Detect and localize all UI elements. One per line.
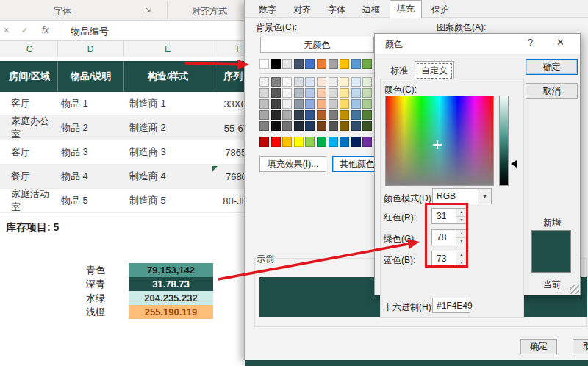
- red-stepper[interactable]: ▲▼: [456, 208, 467, 224]
- tint-color-swatch[interactable]: [317, 88, 326, 98]
- blue-value-input[interactable]: 73: [431, 251, 456, 267]
- tint-color-swatch[interactable]: [362, 110, 372, 120]
- tint-color-swatch[interactable]: [259, 121, 269, 131]
- blue-step-down-icon[interactable]: ▼: [456, 259, 467, 267]
- color-picker-crosshair[interactable]: [433, 140, 442, 149]
- green-step-down-icon[interactable]: ▼: [456, 238, 467, 245]
- tab-边框[interactable]: 边框: [355, 1, 387, 18]
- table-cell[interactable]: 制造商 3: [123, 140, 212, 164]
- theme-color-swatch[interactable]: [351, 59, 361, 69]
- tint-color-swatch[interactable]: [259, 88, 269, 98]
- tint-color-swatch[interactable]: [282, 121, 292, 131]
- tint-color-swatch[interactable]: [305, 99, 315, 109]
- standard-color-swatch[interactable]: [305, 137, 315, 147]
- fill-effects-button[interactable]: 填充效果(I)...: [259, 156, 326, 172]
- format-ok-button[interactable]: 确定: [520, 339, 557, 354]
- tint-color-swatch[interactable]: [340, 99, 349, 109]
- table-row[interactable]: 餐厅物品 4制造商 476808: [0, 165, 268, 189]
- tint-color-swatch[interactable]: [362, 99, 372, 109]
- table-cell[interactable]: 物品 5: [57, 189, 123, 212]
- tab-填充[interactable]: 填充: [390, 0, 422, 18]
- tint-color-swatch[interactable]: [305, 121, 315, 131]
- tint-color-swatch[interactable]: [351, 99, 361, 109]
- colors-cancel-button[interactable]: 取消: [526, 83, 578, 99]
- hex-input[interactable]: #1F4E49: [432, 298, 470, 313]
- tint-color-swatch[interactable]: [362, 88, 372, 98]
- green-value-input[interactable]: 78: [431, 229, 456, 245]
- table-cell[interactable]: 物品 1: [57, 92, 123, 115]
- tab-标准[interactable]: 标准: [385, 62, 413, 79]
- legend-value-cell[interactable]: 255.190.119: [129, 305, 213, 319]
- tint-color-swatch[interactable]: [271, 99, 281, 109]
- tint-color-swatch[interactable]: [317, 77, 326, 87]
- blue-step-up-icon[interactable]: ▲: [456, 251, 467, 259]
- column-header-C[interactable]: C: [1, 41, 58, 57]
- table-row[interactable]: 家庭办公室物品 2制造商 255-678: [0, 116, 268, 140]
- tint-color-swatch[interactable]: [317, 110, 326, 120]
- tint-color-swatch[interactable]: [294, 110, 304, 120]
- standard-color-swatch[interactable]: [282, 137, 292, 147]
- tint-color-swatch[interactable]: [340, 110, 349, 120]
- tint-color-swatch[interactable]: [259, 99, 269, 109]
- tint-color-swatch[interactable]: [294, 77, 304, 87]
- tab-自定义[interactable]: 自定义: [415, 61, 454, 81]
- resize-grip[interactable]: [570, 285, 579, 294]
- tint-color-swatch[interactable]: [340, 88, 349, 98]
- tab-字体[interactable]: 字体: [320, 1, 353, 18]
- table-cell[interactable]: 制造商 5: [123, 189, 212, 212]
- green-step-up-icon[interactable]: ▲: [456, 230, 467, 238]
- standard-color-swatch[interactable]: [271, 137, 281, 147]
- table-cell[interactable]: 餐厅: [1, 165, 57, 188]
- tint-color-swatch[interactable]: [305, 77, 315, 87]
- tint-color-swatch[interactable]: [294, 99, 304, 109]
- table-row[interactable]: 家庭活动室物品 5制造商 580-JBN: [0, 189, 268, 213]
- help-icon[interactable]: ?: [528, 37, 533, 48]
- theme-color-swatch[interactable]: [340, 59, 349, 69]
- table-cell[interactable]: 制造商 2: [123, 116, 212, 140]
- tint-color-swatch[interactable]: [282, 77, 292, 87]
- tab-保护[interactable]: 保护: [424, 1, 456, 18]
- tint-color-swatch[interactable]: [351, 88, 361, 98]
- tint-color-swatch[interactable]: [282, 99, 292, 109]
- theme-color-swatch[interactable]: [305, 59, 315, 69]
- standard-color-swatch[interactable]: [259, 137, 269, 147]
- tint-color-swatch[interactable]: [362, 121, 372, 131]
- red-step-down-icon[interactable]: ▼: [456, 217, 467, 224]
- theme-color-swatch[interactable]: [317, 59, 326, 69]
- blue-stepper[interactable]: ▲▼: [456, 251, 467, 267]
- tint-color-swatch[interactable]: [271, 88, 281, 98]
- column-header-E[interactable]: E: [123, 41, 212, 57]
- colors-ok-button[interactable]: 确定: [526, 59, 578, 75]
- luminance-bar[interactable]: [499, 96, 509, 186]
- tint-color-swatch[interactable]: [282, 88, 292, 98]
- table-cell[interactable]: 物品 2: [57, 116, 123, 140]
- tint-color-swatch[interactable]: [329, 88, 338, 98]
- standard-color-swatch[interactable]: [329, 137, 338, 147]
- red-step-up-icon[interactable]: ▲: [456, 209, 467, 217]
- theme-color-swatch[interactable]: [271, 59, 281, 69]
- tint-color-swatch[interactable]: [351, 77, 361, 87]
- tint-color-swatch[interactable]: [317, 121, 326, 131]
- theme-color-swatch[interactable]: [294, 59, 304, 69]
- tint-color-swatch[interactable]: [362, 77, 372, 87]
- tint-color-swatch[interactable]: [340, 77, 349, 87]
- formula-bar-value[interactable]: 物品编号: [71, 25, 109, 38]
- tab-数字[interactable]: 数字: [251, 1, 284, 18]
- tint-color-swatch[interactable]: [305, 88, 315, 98]
- table-cell[interactable]: 家庭活动室: [1, 189, 57, 212]
- table-cell[interactable]: 制造商 4: [123, 165, 212, 188]
- standard-color-swatch[interactable]: [340, 137, 349, 147]
- theme-color-swatch[interactable]: [329, 59, 338, 69]
- enter-icon[interactable]: ✓: [21, 26, 28, 35]
- red-value-input[interactable]: 31: [431, 208, 456, 224]
- tint-color-swatch[interactable]: [329, 99, 338, 109]
- tint-color-swatch[interactable]: [329, 110, 338, 120]
- table-row[interactable]: 客厅物品 3制造商 37865S: [0, 140, 268, 165]
- legend-value-cell[interactable]: 31.78.73: [129, 277, 213, 291]
- dialog-launcher-icon[interactable]: ⇲: [146, 7, 151, 14]
- theme-color-swatch[interactable]: [259, 59, 269, 69]
- table-cell[interactable]: 制造商 1: [123, 92, 212, 115]
- tint-color-swatch[interactable]: [351, 110, 361, 120]
- legend-value-cell[interactable]: 204.235.232: [129, 291, 213, 305]
- tint-color-swatch[interactable]: [271, 77, 281, 87]
